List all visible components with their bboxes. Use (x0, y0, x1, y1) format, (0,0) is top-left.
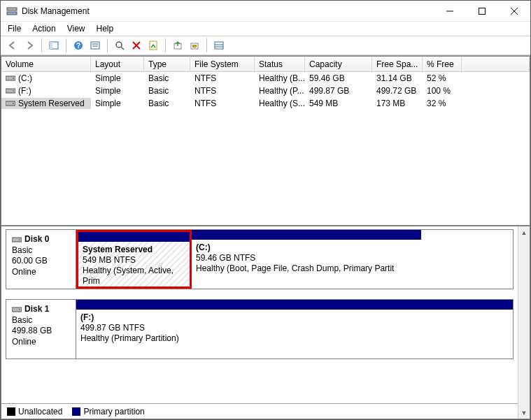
close-button[interactable] (498, 1, 530, 21)
list-button[interactable] (211, 38, 227, 53)
svg-text:?: ? (76, 42, 80, 50)
action-2-button[interactable] (187, 38, 202, 53)
menu-action[interactable]: Action (27, 22, 61, 35)
svg-point-25 (13, 78, 14, 79)
legend-unallocated: Unallocated (7, 407, 62, 417)
svg-rect-1 (7, 12, 17, 15)
partition[interactable]: System Reserved549 MB NTFSHealthy (Syste… (76, 230, 192, 289)
col-volume[interactable]: Volume (1, 57, 91, 71)
partition-header (76, 300, 513, 310)
settings-button[interactable] (87, 38, 103, 53)
svg-rect-3 (479, 8, 486, 14)
scrollbar[interactable]: ▲ ▼ (518, 226, 530, 419)
disk-info: Disk 1Basic499.88 GBOnline (6, 300, 76, 359)
menu-file[interactable]: File (5, 22, 27, 35)
svg-point-33 (19, 309, 20, 310)
nav-back-button[interactable] (5, 38, 20, 53)
svg-rect-10 (91, 42, 99, 49)
volume-row[interactable]: System ReservedSimpleBasicNTFSHealthy (S… (1, 97, 530, 110)
col-free[interactable]: Free Spa... (372, 57, 423, 71)
volume-body[interactable]: (C:)SimpleBasicNTFSHealthy (B...59.46 GB… (1, 72, 530, 225)
show-hide-tree-button[interactable] (46, 38, 62, 53)
volume-name: (F:) (18, 86, 31, 96)
svg-line-14 (121, 47, 124, 50)
col-type[interactable]: Type (144, 57, 190, 71)
col-capacity[interactable]: Capacity (305, 57, 372, 71)
col-status[interactable]: Status (255, 57, 305, 71)
menu-view[interactable]: View (62, 22, 91, 35)
svg-point-13 (116, 42, 122, 48)
partition[interactable]: (F:)499.87 GB NTFSHealthy (Primary Parti… (76, 300, 513, 359)
app-icon (6, 6, 17, 17)
col-spacer (462, 57, 530, 71)
scroll-down-icon[interactable]: ▼ (518, 407, 530, 419)
disk-list[interactable]: Disk 0Basic60.00 GBOnlineSystem Reserved… (1, 226, 518, 419)
partition-header (78, 232, 190, 242)
partition[interactable]: (C:)59.46 GB NTFSHealthy (Boot, Page Fil… (192, 230, 421, 289)
legend-primary: Primary partition (72, 407, 144, 417)
volume-row[interactable]: (C:)SimpleBasicNTFSHealthy (B...59.46 GB… (1, 72, 530, 85)
col-layout[interactable]: Layout (91, 57, 144, 71)
col-filesystem[interactable]: File System (190, 57, 255, 71)
svg-point-29 (13, 103, 14, 104)
svg-rect-20 (192, 45, 197, 48)
disk-info: Disk 0Basic60.00 GBOnline (6, 230, 76, 289)
window-title: Disk Management (22, 6, 90, 16)
window-controls (434, 1, 530, 21)
minimize-button[interactable] (434, 1, 466, 21)
svg-rect-0 (7, 8, 17, 10)
maximize-button[interactable] (466, 1, 498, 21)
refresh-button[interactable] (112, 38, 127, 53)
svg-point-31 (19, 239, 20, 240)
delete-button[interactable] (129, 38, 144, 53)
volume-header-row: Volume Layout Type File System Status Ca… (1, 57, 530, 72)
volume-name: System Reserved (18, 99, 85, 108)
disk-row[interactable]: Disk 0Basic60.00 GBOnlineSystem Reserved… (6, 229, 514, 289)
svg-rect-7 (50, 42, 52, 49)
legend: Unallocated Primary partition (1, 403, 518, 419)
col-pctfree[interactable]: % Free (423, 57, 462, 71)
volume-list-pane: Volume Layout Type File System Status Ca… (1, 56, 530, 226)
svg-point-27 (13, 90, 14, 92)
title-bar: Disk Management (1, 1, 530, 22)
disk-pane: Disk 0Basic60.00 GBOnlineSystem Reserved… (1, 226, 530, 419)
toolbar: ? (1, 36, 530, 55)
help-button[interactable]: ? (71, 38, 86, 53)
volume-row[interactable]: (F:)SimpleBasicNTFSHealthy (P...499.87 G… (1, 85, 530, 97)
action-1-button[interactable] (170, 38, 185, 53)
scroll-up-icon[interactable]: ▲ (518, 226, 530, 238)
disk-row[interactable]: Disk 1Basic499.88 GBOnline(F:)499.87 GB … (6, 299, 514, 359)
svg-rect-21 (215, 42, 223, 49)
nav-forward-button[interactable] (22, 38, 37, 53)
menu-help[interactable]: Help (91, 22, 120, 35)
menu-bar: File Action View Help (1, 22, 530, 36)
partition-header (192, 230, 421, 240)
properties-button[interactable] (146, 38, 161, 53)
volume-name: (C:) (18, 73, 32, 83)
